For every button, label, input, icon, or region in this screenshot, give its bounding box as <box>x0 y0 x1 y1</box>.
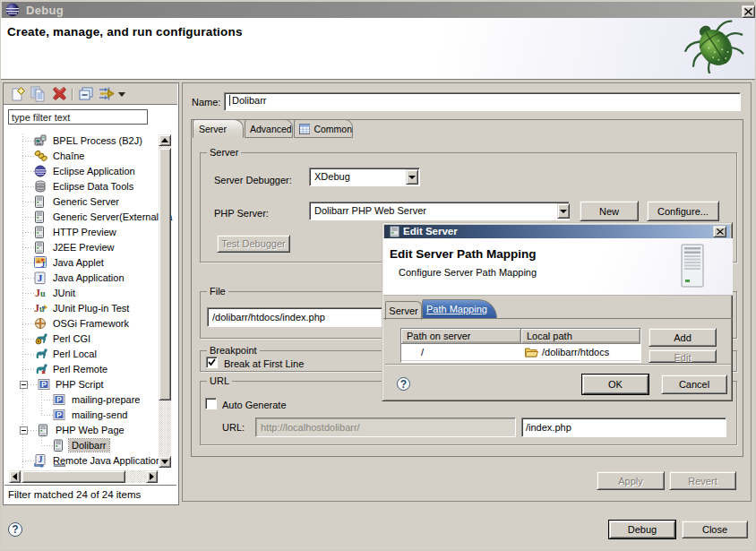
svg-text:J: J <box>38 272 43 283</box>
svg-text:J: J <box>41 260 46 269</box>
svg-text:P: P <box>56 410 62 419</box>
svg-text:u: u <box>40 288 46 298</box>
svg-text:P: P <box>56 395 62 404</box>
svg-text:J: J <box>39 455 43 464</box>
svg-text:P: P <box>41 380 47 389</box>
